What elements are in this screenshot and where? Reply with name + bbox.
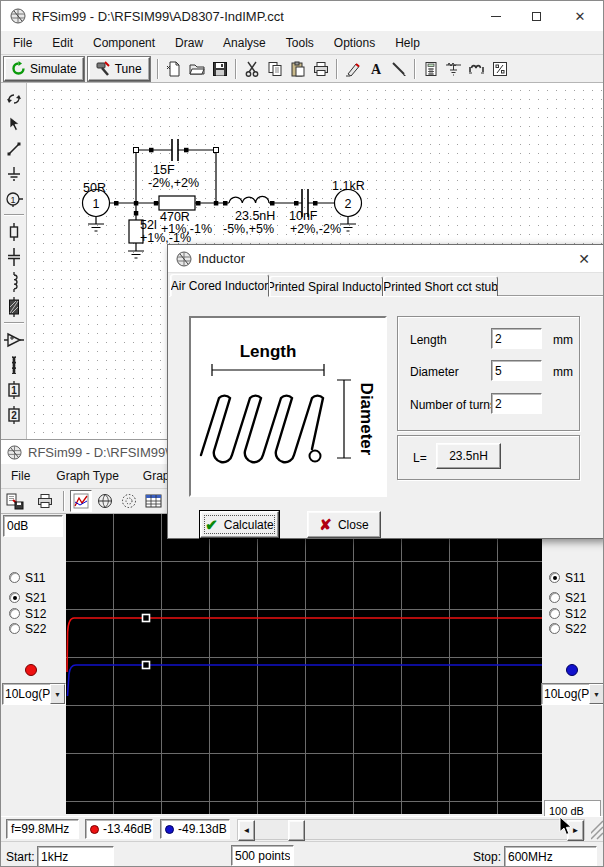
start-frequency-input[interactable]	[37, 846, 114, 867]
line-button[interactable]	[388, 58, 410, 80]
right-radio-s22[interactable]: S22	[549, 621, 586, 636]
tune-button[interactable]: Tune	[88, 57, 150, 81]
menu-tools[interactable]: Tools	[276, 32, 324, 54]
left-radio-s21[interactable]: S21	[9, 590, 46, 605]
text-button[interactable]: A	[365, 58, 387, 80]
coil-diagram-panel: Length Diameter	[189, 316, 387, 497]
port-button[interactable]: 1	[2, 186, 26, 211]
cross-icon: ✘	[319, 516, 332, 534]
left-format-dropdown[interactable]: 10Log(P) ▼	[2, 683, 66, 705]
right-format-dropdown[interactable]: 10Log(P) ▼	[541, 683, 604, 705]
resistor-button[interactable]	[2, 219, 26, 244]
turns-field-label: Number of turns	[410, 398, 496, 412]
tab-air-cored-inductor[interactable]: Air Cored Inductor	[170, 274, 269, 297]
capacitor-button[interactable]	[2, 244, 26, 269]
marker-s21[interactable]	[143, 615, 150, 622]
points-input[interactable]	[231, 845, 294, 866]
tab-printed-short-cct-stub[interactable]: Printed Short cct stub	[383, 276, 498, 297]
toolbar-separator	[157, 59, 159, 79]
export-button[interactable]	[4, 490, 26, 512]
transmission-line-button[interactable]	[2, 294, 26, 319]
left-radio-s12[interactable]: S12	[9, 606, 46, 621]
dialog-close-icon[interactable]: ✕	[578, 252, 590, 266]
left-trace-panel: S11 S21 S12 S22 10Log(P) ▼	[1, 514, 66, 814]
wire-button[interactable]	[2, 136, 26, 161]
smith-chart-button[interactable]	[94, 490, 116, 512]
right-radio-s11[interactable]: S11	[549, 570, 585, 585]
s-parameter-button[interactable]	[489, 58, 511, 80]
dropdown-arrow-icon[interactable]: ▼	[50, 684, 65, 704]
check-icon: ✔	[205, 516, 218, 534]
left-radio-s11[interactable]: S11	[9, 570, 45, 585]
inductor-value: 23.5nH	[235, 209, 275, 223]
erase-button[interactable]	[342, 58, 364, 80]
diameter-input[interactable]	[491, 360, 542, 381]
menu-options[interactable]: Options	[324, 32, 385, 54]
resize-grip[interactable]	[591, 819, 604, 840]
rotate-button[interactable]	[2, 86, 26, 111]
graph-print-button[interactable]	[34, 490, 56, 512]
print-button[interactable]	[310, 58, 332, 80]
rotate-icon	[5, 91, 23, 107]
marker-s11[interactable]	[143, 662, 150, 669]
close-dialog-button[interactable]: ✘ Close	[307, 511, 381, 538]
trace-s21-red	[67, 618, 542, 672]
one-port-icon: 1	[6, 381, 22, 399]
stop-frequency-input[interactable]	[504, 846, 597, 867]
inductor-designer-button[interactable]	[466, 58, 488, 80]
graph-menu-graph-type[interactable]: Graph Type	[46, 465, 128, 487]
length-dimension-label: Length	[240, 342, 297, 361]
table-icon	[145, 493, 162, 509]
save-button[interactable]	[209, 58, 231, 80]
schematic-inductor[interactable]	[229, 196, 269, 203]
calculator-button[interactable]	[420, 58, 442, 80]
menu-edit[interactable]: Edit	[42, 32, 83, 54]
length-input[interactable]	[491, 328, 542, 349]
open-button[interactable]	[186, 58, 208, 80]
s-parameter-icon	[492, 61, 508, 77]
menu-component[interactable]: Component	[83, 32, 165, 54]
menu-help[interactable]: Help	[385, 32, 430, 54]
rfsim99-app: RFSim99 - D:\RFSIM99\AD8307-IndIMP.cct ✕…	[0, 0, 604, 867]
graph-menu-file[interactable]: File	[1, 465, 40, 487]
menu-analyse[interactable]: Analyse	[213, 32, 276, 54]
toolbar-separator	[235, 59, 237, 79]
scrollbar-thumb[interactable]	[288, 820, 305, 841]
copy-button[interactable]	[264, 58, 286, 80]
dropdown-arrow-icon[interactable]: ▼	[589, 684, 604, 704]
simulate-button[interactable]: Simulate	[4, 57, 84, 81]
table-button[interactable]	[142, 490, 164, 512]
right-radio-s12[interactable]: S12	[549, 606, 586, 621]
close-button[interactable]: ✕	[563, 4, 597, 28]
line-graph-button[interactable]	[70, 490, 92, 512]
inductor-tolerance: -5%,+5%	[223, 222, 274, 236]
shunt-cap-value: 15F	[153, 163, 175, 177]
schematic-series-resistor[interactable]	[159, 196, 195, 210]
inductor-button[interactable]	[2, 269, 26, 294]
graph-plot-area[interactable]	[66, 514, 542, 814]
left-radio-s22[interactable]: S22	[9, 621, 46, 636]
one-port-button[interactable]: 1	[2, 377, 26, 402]
cut-button[interactable]	[241, 58, 263, 80]
right-radio-s21[interactable]: S21	[549, 590, 586, 605]
two-port-button[interactable]: 2	[2, 402, 26, 427]
minimize-button[interactable]	[479, 4, 513, 28]
tab-printed-spiral-inductor[interactable]: Printed Spiral Inductor	[269, 276, 383, 297]
smith-chart-icon	[97, 493, 113, 509]
ground-button[interactable]	[2, 161, 26, 186]
menu-draw[interactable]: Draw	[165, 32, 213, 54]
maximize-button[interactable]	[519, 4, 553, 28]
new-button[interactable]	[163, 58, 185, 80]
select-button[interactable]	[2, 111, 26, 136]
export-icon	[6, 493, 24, 510]
calculate-button[interactable]: ✔ Calculate	[200, 511, 279, 538]
paste-button[interactable]	[287, 58, 309, 80]
turns-input[interactable]	[491, 393, 542, 414]
marker-scrollbar[interactable]: ◄ ►	[237, 819, 585, 840]
amplifier-button[interactable]	[2, 327, 26, 352]
transformer-button[interactable]	[2, 352, 26, 377]
polar-chart-button[interactable]	[118, 490, 140, 512]
attenuator-button[interactable]	[443, 58, 465, 80]
scroll-left-button[interactable]: ◄	[238, 820, 255, 841]
menu-file[interactable]: File	[3, 32, 42, 54]
